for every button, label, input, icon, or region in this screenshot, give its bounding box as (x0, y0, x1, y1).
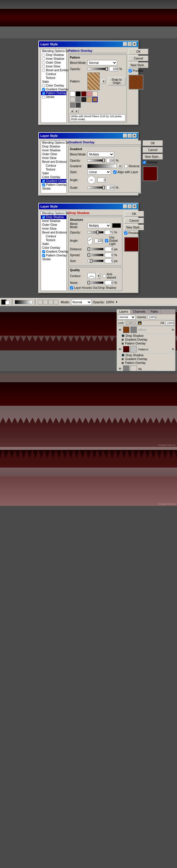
angle-input[interactable] (97, 178, 106, 182)
opacity-slider-3[interactable] (87, 231, 104, 234)
style-item-contour-2[interactable]: Contour (41, 164, 66, 167)
pattern-preview[interactable] (87, 72, 100, 90)
style-item-stroke-2[interactable]: Stroke (41, 187, 66, 190)
cancel-button-2[interactable]: Cancel (143, 147, 162, 153)
lock-position[interactable]: + (134, 321, 137, 325)
tab-layers[interactable]: Layers (117, 309, 131, 314)
style-item-innerglow-2[interactable]: Inner Glow (41, 156, 66, 160)
style-item-gradientoverlay-3[interactable]: Gradient Overlay (41, 250, 66, 253)
swatch-gray1[interactable] (70, 97, 75, 102)
swatch-white[interactable] (70, 91, 75, 97)
style-item-satin-2[interactable]: Satin (41, 172, 66, 175)
scale-input[interactable] (106, 185, 115, 190)
swatch-gray2[interactable] (76, 97, 81, 102)
preview-checkbox-1[interactable]: Preview (129, 69, 148, 72)
checkbox-innerglow-1[interactable] (42, 65, 45, 68)
angle-input-3[interactable] (94, 239, 103, 243)
checkbox-coloroverlay-1[interactable] (42, 84, 45, 87)
contour-preview[interactable] (87, 273, 96, 279)
background-color[interactable] (5, 301, 9, 305)
style-item-blending-1[interactable]: Blending Options Default (41, 49, 66, 53)
style-item-contour-1[interactable]: Contour (41, 72, 66, 76)
opacity-input-layers[interactable] (148, 315, 156, 319)
style-item-satin-1[interactable]: Satin (41, 80, 66, 84)
style-item-outerglow-1[interactable]: Outer Glow (41, 61, 66, 64)
opacity-arrow[interactable]: ▼ (115, 301, 118, 304)
checkbox-gradoverlay-3[interactable] (42, 250, 45, 253)
style-item-gradientoverlay-2[interactable]: Gradient Overlay (41, 179, 66, 183)
anti-alias-checkbox[interactable]: Anti-aliased (103, 273, 121, 279)
maximize-btn-2[interactable]: □ (128, 134, 132, 138)
noise-input[interactable] (105, 280, 113, 285)
style-item-innerglow-3[interactable]: Inner Glow (41, 227, 66, 230)
spread-input[interactable] (105, 253, 113, 257)
style-item-contour-3[interactable]: Contour (41, 235, 66, 238)
effect-name-6[interactable]: Pattern Overlay (125, 361, 146, 365)
ok-button-2[interactable]: OK (143, 141, 162, 146)
preview-check-3[interactable] (124, 231, 127, 235)
blend-mode-select-3[interactable]: Multiply (87, 223, 111, 228)
lock-paint[interactable]: ✏ (130, 321, 133, 325)
noise-slider[interactable] (87, 281, 104, 284)
swatch-cream[interactable] (92, 91, 98, 97)
checkbox-stroke-1[interactable] (42, 96, 45, 99)
style-item-stroke-1[interactable]: Stroke (41, 95, 66, 99)
style-item-innerglow-1[interactable]: Inner Glow (41, 64, 66, 68)
style-item-patternoverlay-1[interactable]: Pattern Overlay (41, 91, 66, 95)
distance-input[interactable] (105, 247, 113, 251)
checkbox-dropshadow-3[interactable] (42, 216, 45, 219)
opacity-slider-1[interactable] (87, 68, 108, 70)
align-check[interactable] (113, 170, 117, 174)
minimize-btn-2[interactable]: _ (123, 134, 127, 138)
maximize-btn-3[interactable]: □ (128, 204, 132, 209)
effect-name-1[interactable]: Drop Shadow (126, 334, 144, 337)
angle-dial[interactable] (87, 176, 96, 184)
preview-checkbox-3[interactable]: Preview (124, 231, 144, 235)
blend-mode-select-1[interactable]: Normal (87, 60, 117, 65)
swatch-darkred[interactable] (81, 91, 86, 97)
style-item-outerglow-3[interactable]: Outer Glow (41, 223, 66, 227)
eye-icon-2[interactable]: 👁 (118, 347, 122, 351)
blend-mode-select-2[interactable]: Multiply (87, 152, 114, 157)
swatch-darkgray[interactable] (81, 97, 86, 102)
maximize-btn-1[interactable]: □ (128, 42, 132, 46)
swatch-black[interactable] (76, 91, 81, 97)
gradient-preview[interactable] (87, 164, 117, 168)
checkbox-bevel-1[interactable] (42, 69, 45, 72)
style-item-dropshadow-1[interactable]: Drop Shadow (41, 53, 66, 57)
effect-name-3[interactable]: Pattern Overlay (125, 342, 146, 345)
close-btn-2[interactable]: ✕ (132, 134, 136, 138)
checkbox-patoverlay-2[interactable] (42, 183, 45, 186)
checkbox-innershadow-1[interactable] (42, 57, 45, 60)
blend-icon-2[interactable] (43, 300, 48, 305)
new-style-button-1[interactable]: New Style... (129, 62, 148, 68)
checkbox-patoverlay-1[interactable] (42, 92, 45, 95)
style-item-patternoverlay-2[interactable]: Pattern Overlay (41, 183, 66, 187)
style-item-texture-1[interactable]: Texture (41, 76, 66, 80)
style-item-outerglow-2[interactable]: Outer Glow (41, 152, 66, 156)
scale-slider[interactable] (87, 186, 105, 189)
fill-input[interactable] (166, 321, 174, 325)
swatch-tan[interactable] (87, 97, 92, 102)
spread-slider[interactable] (87, 254, 104, 256)
preview-checkbox-2[interactable]: Preview (143, 161, 162, 164)
close-btn-1[interactable]: ✕ (132, 42, 136, 46)
style-item-innershadow-3[interactable]: Inner Shadow (41, 219, 66, 223)
style-item-coloroverlay-3[interactable]: Color Overlay (41, 246, 66, 250)
style-item-dropshadow-3[interactable]: Drop Shadow (41, 215, 66, 219)
style-item-bevel-2[interactable]: Bevel and Emboss (41, 160, 66, 164)
close-btn-3[interactable]: ✕ (132, 204, 136, 209)
preview-check-2[interactable] (143, 161, 146, 164)
eye-icon-3[interactable]: 👁 (118, 367, 122, 371)
style-item-texture-3[interactable]: Texture (41, 238, 66, 242)
lock-all[interactable]: 🔒 (138, 321, 142, 325)
contour-dropdown[interactable]: ▼ (97, 273, 100, 279)
cancel-button-1[interactable]: Cancel (129, 56, 148, 61)
new-style-button-2[interactable]: New Style... (143, 154, 162, 160)
style-item-gradientoverlay-1[interactable]: Gradient Overlay (41, 88, 66, 91)
style-item-stroke-3[interactable]: Stroke (41, 257, 66, 261)
new-style-button-3[interactable]: New Style... (124, 225, 144, 230)
checkbox-gradoverlay-2[interactable] (42, 180, 45, 183)
gradient-dropdown[interactable]: ▼ (118, 164, 122, 168)
swatch-brown-selected[interactable] (92, 97, 98, 102)
